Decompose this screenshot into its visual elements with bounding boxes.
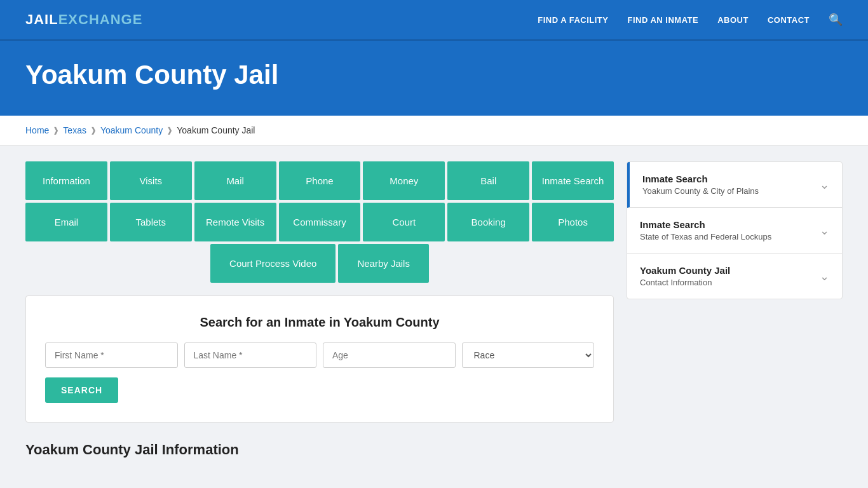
breadcrumb-county[interactable]: Yoakum County [100,125,163,135]
btn-court-process-video[interactable]: Court Process Video [210,244,336,283]
age-input[interactable] [323,342,456,368]
sidebar-item-subtitle-2: State of Texas and Federal Lockups [640,232,771,241]
race-select[interactable]: Race White Black Hispanic Asian Other [462,342,595,368]
breadcrumb-sep-2: ❱ [90,126,97,135]
sidebar-item-title-1: Inmate Search [642,173,759,184]
hero-section: Yoakum County Jail [0,41,868,116]
btn-email[interactable]: Email [25,203,107,241]
breadcrumb-home[interactable]: Home [25,125,49,135]
grid-row-1: Information Visits Mail Phone Money Bail… [25,161,614,200]
btn-bail[interactable]: Bail [447,161,529,200]
nav-contact[interactable]: CONTACT [768,15,810,25]
breadcrumb-current: Yoakum County Jail [177,125,255,135]
btn-photos[interactable]: Photos [532,203,614,241]
sidebar-item-inmate-search-texas[interactable]: Inmate Search State of Texas and Federal… [627,208,842,254]
sidebar-item-subtitle-1: Yoakum County & City of Plains [642,186,759,196]
btn-phone[interactable]: Phone [279,161,361,200]
logo-exchange: EXCHANGE [58,11,143,28]
sidebar-card: Inmate Search Yoakum County & City of Pl… [627,161,843,299]
info-section-title: Yoakum County Jail Information [25,435,614,458]
header-search-button[interactable]: 🔍 [829,13,843,27]
page-title: Yoakum County Jail [25,60,843,90]
sidebar-item-title-2: Inmate Search [640,219,771,230]
search-fields: Race White Black Hispanic Asian Other [45,342,594,368]
right-sidebar: Inmate Search Yoakum County & City of Pl… [627,161,843,458]
sidebar-item-contact-info[interactable]: Yoakum County Jail Contact Information ⌄ [627,254,842,299]
btn-booking[interactable]: Booking [447,203,529,241]
breadcrumb-texas[interactable]: Texas [63,125,86,135]
nav-find-inmate[interactable]: FIND AN INMATE [627,15,698,25]
header: JAIL EXCHANGE FIND A FACILITY FIND AN IN… [0,0,868,41]
sidebar-item-inmate-search-county[interactable]: Inmate Search Yoakum County & City of Pl… [627,162,842,208]
breadcrumb-sep-1: ❱ [53,126,59,135]
left-column: Information Visits Mail Phone Money Bail… [25,161,614,458]
chevron-icon-1: ⌄ [820,178,829,192]
btn-remote-visits[interactable]: Remote Visits [194,203,276,241]
search-title: Search for an Inmate in Yoakum County [45,315,594,330]
grid-row-3: Court Process Video Nearby Jails [25,244,614,283]
logo-jail: JAIL [25,11,58,28]
nav-find-facility[interactable]: FIND A FACILITY [538,15,608,25]
nav-about[interactable]: ABOUT [717,15,749,25]
logo[interactable]: JAIL EXCHANGE [25,11,142,28]
btn-mail[interactable]: Mail [194,161,276,200]
first-name-input[interactable] [45,342,178,368]
btn-information[interactable]: Information [25,161,107,200]
sidebar-item-title-3: Yoakum County Jail [640,265,730,276]
btn-inmate-search[interactable]: Inmate Search [532,161,614,200]
breadcrumb: Home ❱ Texas ❱ Yoakum County ❱ Yoakum Co… [0,116,868,146]
inmate-search-box: Search for an Inmate in Yoakum County Ra… [25,295,614,423]
breadcrumb-sep-3: ❱ [166,126,173,135]
last-name-input[interactable] [184,342,317,368]
chevron-icon-3: ⌄ [820,269,829,283]
main-wrapper: Information Visits Mail Phone Money Bail… [0,146,868,474]
sidebar-item-subtitle-3: Contact Information [640,278,730,287]
btn-visits[interactable]: Visits [110,161,192,200]
btn-court[interactable]: Court [363,203,445,241]
btn-nearby-jails[interactable]: Nearby Jails [338,244,429,283]
chevron-icon-2: ⌄ [820,224,829,238]
grid-row-2: Email Tablets Remote Visits Commissary C… [25,203,614,241]
btn-tablets[interactable]: Tablets [110,203,192,241]
main-nav: FIND A FACILITY FIND AN INMATE ABOUT CON… [538,13,843,27]
search-button[interactable]: SEARCH [45,377,118,403]
btn-commissary[interactable]: Commissary [279,203,361,241]
btn-money[interactable]: Money [363,161,445,200]
